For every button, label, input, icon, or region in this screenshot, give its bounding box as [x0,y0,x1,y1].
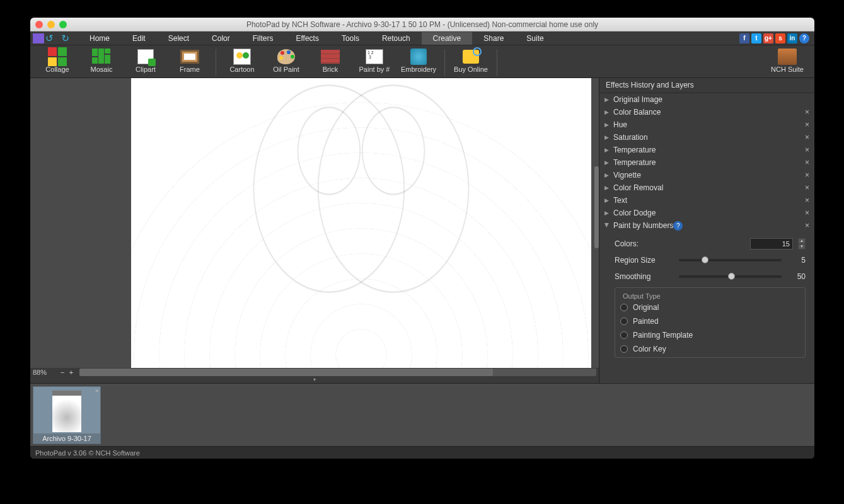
output-option-painted[interactable]: Painted [620,314,800,328]
layer-delete-icon[interactable]: × [805,158,809,167]
googleplus-icon[interactable]: g+ [763,33,773,43]
nch-suite-button[interactable]: NCH Suite [765,48,809,73]
layer-row-hue[interactable]: ▶Hue× [599,118,814,131]
twitter-icon[interactable]: t [751,33,761,43]
linkedin-icon[interactable]: in [787,33,797,43]
document-thumbnail[interactable]: × Archivo 9-30-17 [33,386,101,444]
collage-icon [48,47,67,66]
cartoon-icon [233,49,251,65]
disclosure-triangle-icon: ▶ [604,172,610,178]
layer-row-saturation[interactable]: ▶Saturation× [599,131,814,144]
layer-delete-icon[interactable]: × [805,120,809,129]
thumbnail-image [52,391,81,432]
layer-row-temperature[interactable]: ▶Temperature× [599,144,814,156]
toolbar-brick-button[interactable]: Brick [308,48,352,77]
stumbleupon-icon[interactable]: s [775,33,785,43]
region-size-slider[interactable] [679,259,782,261]
menu-suite[interactable]: Suite [515,32,555,45]
toolbar-mosaic-button[interactable]: Mosaic [79,48,124,77]
layer-delete-icon[interactable]: × [805,108,809,117]
disclosure-triangle-icon: ▶ [604,96,610,103]
save-icon[interactable] [33,33,44,43]
thumbnail-label: Archivo 9-30-17 [33,433,100,444]
toolbar-label: Collage [45,66,69,73]
help-icon[interactable]: ? [799,33,809,43]
toolbar-clipart-button[interactable]: Clipart [124,48,168,77]
thumbnail-strip: × Archivo 9-30-17 [30,383,814,446]
layer-row-vignette[interactable]: ▶Vignette× [599,169,814,181]
toolbar-cartoon-button[interactable]: Cartoon [220,48,264,77]
output-option-image-template-and-colors[interactable]: Image, Template, and Colors [620,356,800,358]
facebook-icon[interactable]: f [739,33,749,43]
output-option-label: Painted [633,317,659,326]
colors-label: Colors: [615,239,669,248]
layer-delete-icon[interactable]: × [805,171,809,180]
thumbnail-close-icon[interactable]: × [95,387,99,394]
toolbar-buy-online-button[interactable]: Buy Online [449,48,493,77]
canvas-viewport[interactable] [30,78,599,368]
layer-delete-icon[interactable]: × [805,183,809,192]
menu-tools[interactable]: Tools [330,32,371,45]
layer-label: Saturation [613,133,648,142]
output-option-painting-template[interactable]: Painting Template [620,328,800,342]
layer-delete-icon[interactable]: × [805,146,809,154]
menu-creative[interactable]: Creative [422,32,473,45]
horizontal-scrollbar[interactable] [79,369,596,376]
layer-delete-icon[interactable]: × [805,133,809,142]
menu-retouch[interactable]: Retouch [371,32,422,45]
embroidery-icon [410,49,427,65]
layer-row-color-dodge[interactable]: ▶Color Dodge× [599,207,814,219]
layer-row-paint-by-numbers[interactable]: ▶Paint by Numbers?× [599,219,814,232]
mosaic-icon [92,49,111,65]
toolbar-embroidery-button[interactable]: Embroidery [396,48,441,77]
layer-delete-icon[interactable]: × [805,221,809,230]
layer-row-temperature[interactable]: ▶Temperature× [599,156,814,169]
layer-label: Original Image [613,95,662,104]
output-option-color-key[interactable]: Color Key [620,342,800,356]
menu-home[interactable]: Home [78,32,121,45]
layer-label: Color Balance [613,108,661,117]
layer-row-text[interactable]: ▶Text× [599,194,814,207]
layer-delete-icon[interactable]: × [805,196,809,205]
toolbar-label: Buy Online [454,66,488,73]
paint-by--icon [366,49,383,64]
output-type-legend: Output Type [620,292,663,300]
layer-row-original-image[interactable]: ▶Original Image [599,93,814,106]
toolbar-oil-paint-button[interactable]: Oil Paint [264,48,308,77]
vertical-scrollbar[interactable] [594,166,599,248]
colors-input[interactable] [750,238,793,249]
layer-row-color-removal[interactable]: ▶Color Removal× [599,181,814,194]
status-bar: PhotoPad v 3.06 © NCH Software [30,446,814,459]
toolbar-frame-button[interactable]: Frame [168,48,212,77]
zoom-in-button[interactable]: + [67,369,76,376]
menu-color[interactable]: Color [200,32,241,45]
radio-icon [620,331,628,339]
collapse-handle[interactable]: ▾ [30,377,599,383]
layer-help-icon[interactable]: ? [673,221,683,231]
toolbar-collage-button[interactable]: Collage [35,48,79,77]
radio-icon [620,345,628,353]
zoom-out-button[interactable]: − [58,369,67,376]
smoothing-slider[interactable] [679,275,782,278]
disclosure-triangle-icon: ▶ [604,109,610,115]
toolbar-label: Paint by # [359,66,390,73]
menu-filters[interactable]: Filters [241,32,285,45]
colors-stepper[interactable]: ▲▼ [798,238,806,249]
undo-icon[interactable]: ↺ [45,33,57,43]
canvas-image [131,78,591,368]
layer-delete-icon[interactable]: × [805,209,809,217]
layer-label: Color Dodge [613,209,656,217]
toolbar-paint-by--button[interactable]: Paint by # [352,48,396,77]
toolbar-label: Frame [180,66,200,73]
disclosure-triangle-icon: ▶ [604,210,610,216]
layer-row-color-balance[interactable]: ▶Color Balance× [599,106,814,118]
menu-share[interactable]: Share [472,32,515,45]
menu-effects[interactable]: Effects [284,32,330,45]
menu-edit[interactable]: Edit [121,32,157,45]
disclosure-triangle-icon: ▶ [604,185,610,191]
menu-select[interactable]: Select [157,32,200,45]
redo-icon[interactable]: ↺ [58,33,69,43]
layer-label: Paint by Numbers [613,221,673,230]
output-option-original[interactable]: Original [620,301,800,314]
clipart-icon [137,49,154,64]
